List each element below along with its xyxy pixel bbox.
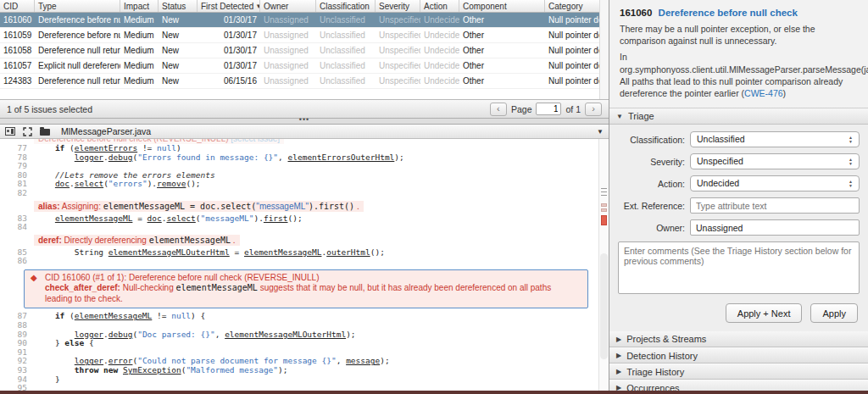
event-bubble[interactable]: deref: Directly dereferencing elementMes… xyxy=(34,235,240,246)
issue-cid: 161060 xyxy=(620,8,652,18)
caret-down-icon[interactable]: ▼ xyxy=(597,128,604,136)
column-header-status[interactable]: Status xyxy=(159,0,198,12)
column-header-owner[interactable]: Owner xyxy=(260,0,316,12)
column-header-cid[interactable]: CID xyxy=(0,0,35,12)
scrollbar-thumb[interactable] xyxy=(600,253,608,359)
cell-owner: Unassigned xyxy=(260,74,316,88)
column-header-first-detected[interactable]: First Detected▼ xyxy=(198,0,260,12)
scrollbar-defect-mark xyxy=(601,215,607,225)
page-label: Page xyxy=(511,104,532,114)
caret-collapsed-icon: ▶ xyxy=(616,368,621,375)
apply-next-button[interactable]: Apply + Next xyxy=(726,303,803,323)
section-label: Triage History xyxy=(626,367,684,377)
code-text: , xyxy=(215,330,225,339)
event-bubble[interactable]: Dereference before null check (REVERSE_I… xyxy=(34,139,284,144)
triage-field-action: Action:Undecided▲▼ xyxy=(618,175,860,191)
cell-owner: Unassigned xyxy=(260,28,316,42)
triage-field-owner: Owner: xyxy=(618,219,860,236)
code-line-87: 87 if (elementMessageML != null) { xyxy=(0,312,597,321)
column-header-action[interactable]: Action xyxy=(420,0,459,12)
defect-diamond-icon: ◆ xyxy=(31,273,37,282)
line-number: 77 xyxy=(0,144,36,153)
code-text: (); xyxy=(370,247,385,257)
event-bubble[interactable]: alias: Assigning: elementMessageML = doc… xyxy=(34,201,364,212)
code-text: } xyxy=(36,338,64,347)
defect-event-box[interactable]: ◆CID 161060 (#1 of 1): Dereference befor… xyxy=(24,269,588,309)
severity-label: Severity: xyxy=(618,157,690,167)
column-header-classification[interactable]: Classification xyxy=(316,0,376,12)
action-select[interactable]: Undecided▲▼ xyxy=(690,175,860,191)
cwe-link[interactable]: CWE-476 xyxy=(744,88,783,98)
cell-type: Explicit null dereference xyxy=(35,58,120,73)
page-number-input[interactable] xyxy=(536,103,561,115)
table-row-161057[interactable]: 161057Explicit null dereferenceMediumNew… xyxy=(0,58,609,74)
owner-label: Owner: xyxy=(618,223,690,233)
table-row-161060[interactable]: 161060Dereference before nullMediumNew01… xyxy=(0,13,609,28)
issue-type-link[interactable]: Dereference before null check xyxy=(659,8,798,18)
issue-description: There may be a null pointer exception, o… xyxy=(620,23,858,47)
select-issue-link[interactable]: [select issue] xyxy=(231,139,280,143)
pane-splitter-handle[interactable]: ••• xyxy=(0,119,609,125)
code-scrollbar[interactable] xyxy=(598,139,609,391)
issues-and-code-pane: CIDTypeImpactStatusFirst Detected▼OwnerC… xyxy=(0,0,609,391)
table-row-161058[interactable]: 161058Dereference null returnMediumNew01… xyxy=(0,43,609,58)
owner-input[interactable] xyxy=(690,219,860,236)
clipped-event-annotation: Dereference before null check (REVERSE_I… xyxy=(0,139,597,144)
severity-select[interactable]: Unspecified▲▼ xyxy=(690,153,860,169)
previous-page-button[interactable]: ‹ xyxy=(490,103,507,116)
folder-icon[interactable] xyxy=(40,129,50,136)
next-page-button[interactable]: › xyxy=(585,103,602,116)
classification-label: Classification: xyxy=(618,135,690,145)
code-text: alias: xyxy=(38,202,60,211)
section-header-triage[interactable]: ▼ Triage xyxy=(609,108,868,125)
cell-component: Other xyxy=(459,58,545,73)
column-header-component[interactable]: Component xyxy=(459,0,545,12)
section-header-triage-history[interactable]: ▶Triage History xyxy=(609,363,868,380)
code-text: "Doc parsed: {}" xyxy=(137,330,215,339)
identifier: debug xyxy=(108,330,133,339)
code-text: check_after_deref: xyxy=(45,283,120,292)
panes-icon[interactable] xyxy=(5,127,15,136)
code-text: else xyxy=(64,338,84,347)
cell-owner: Unassigned xyxy=(260,13,316,27)
cell-cid: 124383 xyxy=(0,74,35,88)
table-row-124383[interactable]: 124383Dereference null returnMediumNew06… xyxy=(0,74,609,89)
ext-reference-input[interactable] xyxy=(690,197,860,214)
cell-status: New xyxy=(159,58,198,73)
column-header-impact[interactable]: Impact xyxy=(120,0,159,12)
code-text: Dereference before null check (REVERSE_I… xyxy=(38,139,231,143)
cell-component: Other xyxy=(459,13,545,27)
pagination: ‹ Page of 1 › xyxy=(490,103,602,116)
code-text: "Could not parse document for message {}… xyxy=(137,356,337,365)
identifier: elementErrors xyxy=(75,143,137,153)
code-text: deref: xyxy=(38,236,62,245)
cell-impact: Medium xyxy=(120,28,159,42)
identifier: elementErrorsOuterHtml xyxy=(288,153,395,162)
code-line-84: 84 xyxy=(0,223,597,232)
action-label: Action: xyxy=(618,179,690,189)
issues-table-body: 161060Dereference before nullMediumNew01… xyxy=(0,13,609,89)
stepper-icon: ▲▼ xyxy=(845,178,856,189)
scrollbar-event-mark xyxy=(601,188,607,189)
code-text: new xyxy=(103,365,118,375)
expand-icon[interactable] xyxy=(23,127,32,136)
cell-classification: Unclassified xyxy=(316,13,376,27)
section-header-projects-streams[interactable]: ▶Projects & Streams xyxy=(609,331,868,347)
code-text: elementMessageML xyxy=(149,236,231,245)
code-text: throw xyxy=(75,365,99,375)
comments-textarea[interactable] xyxy=(618,241,860,294)
table-row-161059[interactable]: 161059Dereference before nullMediumNew01… xyxy=(0,28,609,43)
code-toolbar: MlMessageParser.java ▼ xyxy=(0,125,609,139)
apply-button[interactable]: Apply xyxy=(810,303,858,323)
section-header-detection-history[interactable]: ▶Detection History xyxy=(609,347,868,363)
classification-select[interactable]: Unclassified▲▼ xyxy=(690,131,860,147)
triage-fields: Classification:Unclassified▲▼Severity:Un… xyxy=(618,131,860,236)
column-header-type[interactable]: Type xyxy=(35,0,120,12)
column-header-severity[interactable]: Severity xyxy=(376,0,420,12)
code-text: ) { xyxy=(191,311,205,320)
cell-action: Undecided xyxy=(420,28,459,42)
cell-component: Other xyxy=(459,74,545,88)
section-header-occurrences[interactable]: ▶Occurrences xyxy=(609,380,868,391)
table-scrollbar[interactable] xyxy=(599,0,609,99)
triage-field-classification: Classification:Unclassified▲▼ xyxy=(618,131,860,147)
